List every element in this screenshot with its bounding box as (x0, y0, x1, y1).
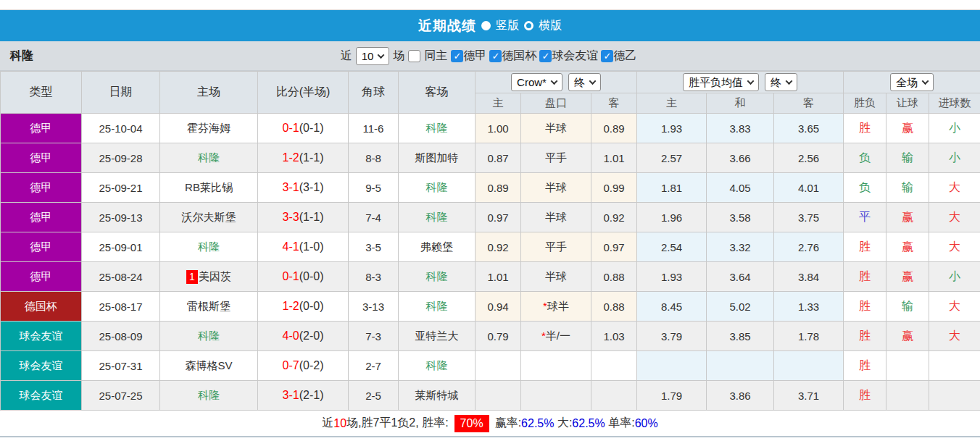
handicap-cell: *半/一 (521, 322, 591, 351)
away-team-cell: 弗赖堡 (399, 232, 476, 262)
handicap-result-cell: 输 (886, 292, 929, 322)
recent-count-select[interactable]: 10 (356, 47, 390, 65)
handicap-value: 半球 (545, 211, 567, 223)
corner-cell: 8-3 (349, 262, 399, 292)
odds-time-select[interactable]: 终 (568, 73, 601, 91)
recent-count-value: 10 (362, 49, 374, 63)
score-value: 0-1(0-1) (283, 122, 324, 134)
sub-header-goals: 进球数 (929, 93, 980, 114)
match-row: 球会友谊25-07-25科隆3-1(2-1)2-5莱斯特城1.793.863.7… (1, 381, 980, 411)
home-team-cell: 雷根斯堡 (160, 292, 258, 322)
team-name: 科隆 (10, 49, 33, 64)
chevron-down-icon (589, 77, 596, 85)
odds-home-cell: 0.92 (476, 232, 521, 262)
odds-home-cell: 1.00 (476, 114, 521, 143)
same-home-checkbox[interactable] (408, 50, 420, 62)
goals-cell: 小 (929, 114, 980, 143)
avg-home-cell: 3.79 (637, 322, 707, 351)
team-name: 科隆 (426, 359, 448, 371)
avg-time-select[interactable]: 终 (765, 73, 797, 91)
radio-horizontal-label[interactable]: 横版 (539, 18, 562, 33)
league-checkbox[interactable]: ✓ (601, 50, 613, 62)
avg-home-cell: 1.93 (637, 114, 707, 143)
team-name: 科隆 (426, 122, 448, 134)
avg-metric-select[interactable]: 胜平负均值 (683, 73, 759, 91)
radio-horizontal-icon[interactable] (524, 21, 533, 30)
league-type-cell: 德甲 (1, 203, 82, 232)
league-label: 德甲 (463, 49, 486, 64)
home-team-cell: 1美因茨 (160, 262, 258, 292)
match-row: 德甲25-09-01科隆4-1(1-0)3-5弗赖堡0.92平手0.972.54… (1, 232, 980, 262)
team-name: 科隆 (198, 389, 220, 401)
radio-vertical-icon[interactable] (481, 21, 491, 30)
summary-text: 近 (322, 416, 333, 431)
summary-text: 62.5% (572, 417, 605, 430)
avg-away-cell: 1.33 (774, 292, 844, 322)
score-cell: 4-1(1-0) (258, 232, 349, 262)
team-name: 森博格SV (185, 359, 232, 371)
corner-cell: 3-13 (349, 292, 399, 322)
filter-bar: 科隆 近 10 场 同主 ✓德甲✓德国杯✓球会友谊✓德乙 (0, 41, 980, 71)
avg-draw-cell: 3.85 (707, 322, 774, 351)
away-team-cell: 科隆 (399, 203, 476, 232)
handicap-cell (521, 351, 591, 381)
summary-text: 60% (635, 417, 658, 430)
handicap-cell: 半球 (521, 114, 591, 143)
score-cell: 1-2(0-0) (258, 292, 349, 322)
away-team-cell: 科隆 (399, 262, 476, 292)
league-type-cell: 球会友谊 (1, 322, 82, 351)
summary-text: 10 (333, 417, 346, 430)
odds-company-select[interactable]: Crow* (511, 73, 562, 91)
summary-text: 赢率: (495, 416, 521, 431)
col-header-home: 主场 (160, 72, 258, 114)
league-checkbox[interactable]: ✓ (539, 50, 552, 62)
match-row: 德甲25-10-04霍芬海姆0-1(0-1)11-6科隆1.00半球0.891.… (1, 114, 980, 143)
avg-draw-cell: 3.83 (707, 114, 774, 143)
col-header-away: 客场 (399, 72, 476, 114)
date-cell: 25-09-01 (82, 232, 160, 262)
date-cell: 25-09-13 (82, 203, 160, 232)
away-team-cell: 莱斯特城 (399, 381, 476, 411)
odds-away-cell (591, 381, 637, 411)
handicap-value: 半球 (545, 181, 567, 193)
away-team-cell: 科隆 (399, 292, 476, 322)
odds-home-cell: 0.97 (476, 203, 521, 232)
team-name: 科隆 (198, 329, 220, 342)
summary-text: 单率: (605, 416, 635, 431)
avg-away-cell: 4.01 (774, 173, 844, 203)
home-team-cell: 霍芬海姆 (160, 114, 258, 143)
sub-header-handicap-result: 让球 (886, 93, 929, 114)
recent-results-panel: 近期战绩 竖版 横版 科隆 近 10 场 同主 ✓德甲✓德国杯✓球会友谊✓德乙 (0, 0, 980, 437)
handicap-result-cell: 赢 (886, 262, 929, 292)
odds-group-header: Crow* 终 (476, 72, 637, 93)
league-checkbox[interactable]: ✓ (489, 50, 502, 62)
scope-select[interactable]: 全场 (890, 73, 934, 91)
corner-cell: 3-5 (349, 232, 399, 262)
league-checkbox[interactable]: ✓ (451, 50, 463, 62)
match-row: 德甲25-09-21RB莱比锡3-1(3-1)9-5科隆0.89半球0.991.… (1, 173, 980, 203)
team-name: 1美因茨 (186, 270, 231, 282)
match-row: 德甲25-08-241美因茨0-1(0-0)8-3科隆1.01半球0.881.9… (1, 262, 980, 292)
score-value: 3-3(1-1) (283, 211, 324, 223)
avg-draw-cell: 3.86 (707, 381, 774, 411)
team-name: 科隆 (426, 300, 448, 312)
odds-home-cell: 0.87 (476, 143, 521, 173)
league-type-cell: 德甲 (1, 114, 82, 143)
handicap-result-cell (886, 381, 929, 411)
match-row: 德甲25-09-13沃尔夫斯堡3-3(1-1)7-4科隆0.97半球0.921.… (1, 203, 980, 232)
scope-group-header: 全场 (844, 72, 980, 93)
goals-cell: 大 (929, 203, 980, 232)
result-cell: 胜 (844, 114, 886, 143)
scope-value: 全场 (896, 75, 918, 89)
date-cell: 25-07-31 (82, 351, 160, 381)
date-cell: 25-08-09 (82, 322, 160, 351)
handicap-value: 平手 (545, 240, 567, 253)
team-name: 斯图加特 (415, 151, 459, 164)
odds-away-cell: 0.88 (591, 292, 637, 322)
radio-vertical-label[interactable]: 竖版 (496, 18, 519, 33)
date-cell: 25-07-25 (82, 381, 160, 411)
score-value: 1-2(0-0) (283, 300, 324, 312)
rank-badge: 1 (186, 270, 198, 284)
chevron-down-icon (922, 77, 929, 85)
goals-cell: 小 (929, 262, 980, 292)
